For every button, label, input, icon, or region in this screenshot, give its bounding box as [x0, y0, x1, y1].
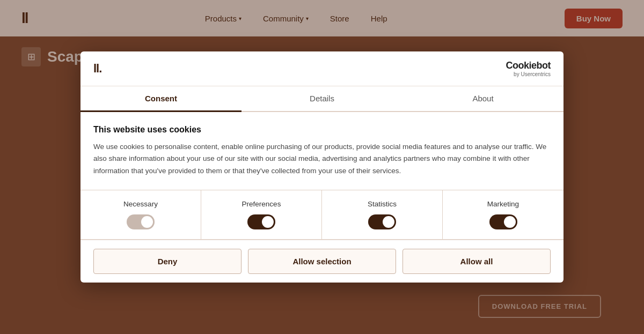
cookiebot-brand: Cookiebot by Usercentrics [506, 60, 551, 77]
necessary-toggle-slider [127, 214, 155, 229]
statistics-toggle[interactable] [368, 214, 396, 229]
modal-body: This website uses cookies We use cookies… [80, 112, 564, 185]
modal-overlay: ll. Cookiebot by Usercentrics Consent De… [0, 0, 644, 334]
modal-header: ll. Cookiebot by Usercentrics [80, 51, 564, 86]
marketing-toggle-slider [489, 214, 517, 229]
cookies-title: This website uses cookies [93, 125, 551, 135]
cookiebot-sub: by Usercentrics [514, 71, 551, 77]
cookies-description: We use cookies to personalise content, e… [93, 141, 551, 177]
modal-footer: Deny Allow selection Allow all [80, 240, 564, 283]
allow-all-button[interactable]: Allow all [402, 249, 551, 274]
preferences-label: Preferences [242, 200, 281, 208]
cookiebot-name: Cookiebot [506, 60, 551, 71]
modal-logo: ll. [93, 62, 101, 76]
marketing-label: Marketing [487, 200, 519, 208]
category-preferences: Preferences [201, 190, 322, 239]
statistics-label: Statistics [368, 200, 397, 208]
category-statistics: Statistics [322, 190, 443, 239]
category-marketing: Marketing [443, 190, 564, 239]
statistics-toggle-slider [368, 214, 396, 229]
marketing-toggle[interactable] [489, 214, 517, 229]
modal-tabs: Consent Details About [80, 86, 564, 112]
cookie-consent-modal: ll. Cookiebot by Usercentrics Consent De… [80, 51, 564, 283]
necessary-toggle[interactable] [127, 214, 155, 229]
tab-consent[interactable]: Consent [80, 86, 241, 112]
deny-button[interactable]: Deny [93, 249, 241, 274]
allow-selection-button[interactable]: Allow selection [248, 249, 396, 274]
preferences-toggle[interactable] [247, 214, 275, 229]
category-necessary: Necessary [80, 190, 201, 239]
tab-details[interactable]: Details [241, 86, 402, 112]
cookie-categories: Necessary Preferences Statistics [80, 190, 564, 240]
preferences-toggle-slider [247, 214, 275, 229]
necessary-label: Necessary [123, 200, 158, 208]
tab-about[interactable]: About [402, 86, 564, 112]
